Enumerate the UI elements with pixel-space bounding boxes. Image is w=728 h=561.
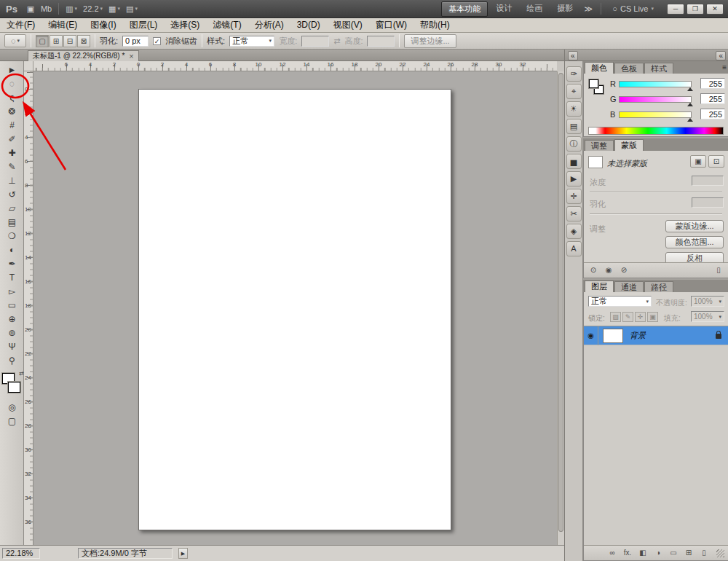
cs-live-button[interactable]: ○ CS Live ▾ [606,3,660,15]
pen-tool[interactable]: ✒ [0,257,24,271]
masks-button-1[interactable]: 蒙版边缘... [665,220,724,232]
mini-bridge-icon[interactable]: Mb [38,2,55,15]
document-canvas[interactable] [138,89,451,530]
blue-slider[interactable] [619,111,692,118]
delete-mask-icon[interactable]: ▯ [713,265,724,275]
menu-item-3[interactable]: 图像(I) [84,18,122,32]
load-selection-icon[interactable]: ⊙ [587,265,599,275]
lock-paint-icon[interactable]: ✎ [622,312,633,322]
refine-edge-button[interactable]: 调整边缘... [404,34,456,48]
feather-slider[interactable] [590,213,722,215]
new-selection-icon[interactable]: ▢ [36,35,49,47]
green-value-field[interactable]: 255 [700,93,725,104]
zoom-tool[interactable]: ⚲ [0,354,24,368]
quick-mask-button[interactable]: ◎ [0,401,24,415]
resize-grip-icon[interactable] [716,549,724,557]
layers-tab-路径[interactable]: 路径 [644,281,673,292]
gradient-tool[interactable]: ▤ [0,216,24,230]
workspace-button-设计[interactable]: 设计 [489,1,518,17]
menu-item-10[interactable]: 窗口(W) [369,18,414,32]
histogram-icon[interactable]: ▅ [566,154,582,169]
menu-item-7[interactable]: 分析(A) [248,18,290,32]
layers-tab-通道[interactable]: 通道 [614,281,644,292]
screen-mode-button[interactable]: ▢ [0,415,24,428]
lasso-tool[interactable]: ς [0,91,24,105]
new-group-icon[interactable]: ▭ [668,548,679,558]
styles-icon[interactable]: ▤ [566,119,582,134]
restore-button[interactable]: ❐ [687,4,704,15]
style-dropdown[interactable]: 正常 ▾ [229,36,274,47]
visibility-toggle[interactable]: ◉ [584,326,598,345]
tool-preset-picker[interactable]: ◌ ▾ [4,34,26,47]
clone-stamp-tool[interactable]: ⊥ [0,174,24,188]
dodge-tool[interactable]: ◐ [0,243,24,257]
masks-button-2[interactable]: 颜色范围... [665,236,724,248]
color-tab-颜色[interactable]: 颜色 [585,62,614,74]
vertical-scrollbar[interactable] [557,71,564,545]
screen-mode-icon[interactable]: ▤▾ [123,2,141,15]
collapse-panels-icon[interactable]: « [716,51,726,60]
subtract-from-selection-icon[interactable]: ⊟ [63,35,76,47]
menu-item-11[interactable]: 帮助(H) [414,18,456,32]
path-selection-tool[interactable]: ▻ [0,285,24,299]
lock-all-icon[interactable]: ▣ [647,312,658,322]
lock-position-icon[interactable]: ✛ [635,312,646,322]
crop-tool[interactable]: # [0,119,24,133]
color-tab-色板[interactable]: 色板 [614,63,644,74]
foreground-color-swatch[interactable] [589,79,598,88]
type-tool[interactable]: T [0,271,24,285]
blur-tool[interactable]: ❍ [0,230,24,243]
green-slider[interactable] [619,96,692,103]
collapse-strip-icon[interactable]: « [568,51,578,60]
horizontal-ruler[interactable]: 64202468101214161820222426283032 [33,61,557,71]
feather-field[interactable] [692,197,724,208]
character-icon[interactable]: A [566,241,582,256]
close-button[interactable]: ✕ [706,4,724,15]
menu-item-9[interactable]: 视图(V) [327,18,369,32]
layer-thumbnail[interactable] [603,329,623,343]
3d-rotate-tool[interactable]: ⊕ [0,313,24,326]
swap-dimensions-icon[interactable]: ⇄ [333,36,340,46]
background-color-swatch[interactable] [8,382,20,393]
navigator-icon[interactable]: ◈ [566,224,582,239]
blue-value-field[interactable]: 255 [700,109,725,119]
eraser-tool[interactable]: ▱ [0,202,24,216]
opacity-field[interactable]: 100% ▾ [691,296,724,307]
swap-colors-icon[interactable]: ⇄ [19,370,24,377]
brush-tool[interactable]: ✎ [0,160,24,174]
view-extras-icon[interactable]: ▥▾ [63,2,80,15]
height-input[interactable] [367,36,395,47]
more-workspaces-button[interactable]: ≫ [581,2,596,15]
delete-layer-icon[interactable]: ▯ [698,548,710,558]
disable-mask-icon[interactable]: ⊘ [618,265,630,275]
menu-item-8[interactable]: 3D(D) [290,18,327,32]
workspace-button-绘画[interactable]: 绘画 [520,1,549,17]
density-field[interactable] [692,176,724,186]
ruler-origin-corner[interactable] [24,61,33,71]
red-value-field[interactable]: 255 [700,78,725,89]
color-spectrum-ramp[interactable] [588,127,724,135]
document-tab[interactable]: 未标题-1 @ 22.2%(RGB/8) * × [28,50,139,61]
scissors-icon[interactable]: ✂ [566,206,582,221]
workspace-button-摄影[interactable]: 摄影 [550,1,579,17]
minimize-button[interactable]: ─ [667,4,684,15]
feather-input[interactable]: 0 px [122,36,149,47]
add-vector-mask-icon[interactable]: ⊡ [708,155,724,168]
arrange-documents-icon[interactable]: ▦▾ [106,2,123,15]
masks-tab-调整[interactable]: 调整 [585,140,614,151]
panel-menu-icon[interactable]: ≡ [722,63,727,71]
lock-transparency-icon[interactable]: ▨ [610,312,621,322]
status-menu-arrow[interactable]: ▶ [178,548,188,559]
masks-tab-蒙版[interactable]: 蒙版 [614,139,644,151]
slider-handle-icon[interactable] [687,118,693,122]
layer-row-背景[interactable]: ◉背景 [584,326,728,345]
workspace-button-基本功能[interactable]: 基本功能 [441,1,488,17]
color-tab-样式[interactable]: 样式 [644,63,673,74]
add-mask-icon[interactable]: ◧ [637,548,649,558]
bridge-icon[interactable]: ▣ [23,2,38,15]
intersect-selection-icon[interactable]: ⊠ [77,35,90,47]
slider-handle-icon[interactable] [687,103,693,106]
menu-item-4[interactable]: 图层(L) [123,18,165,32]
blend-mode-dropdown[interactable]: 正常 ▾ [588,296,652,307]
status-zoom-field[interactable]: 22.18% [2,548,40,559]
